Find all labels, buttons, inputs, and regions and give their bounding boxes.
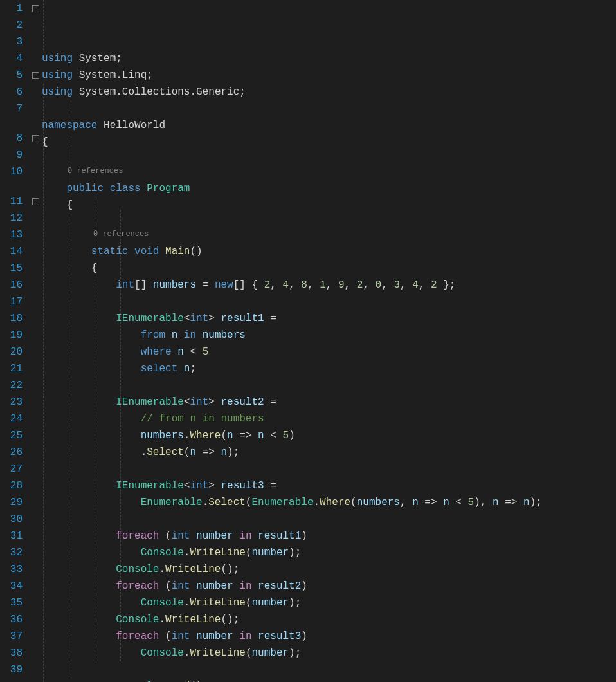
code-line[interactable]: Console.WriteLine(number); [42, 594, 616, 611]
fold-cell[interactable]: − [29, 193, 42, 210]
fold-cell [29, 661, 42, 678]
code-line[interactable]: using System.Linq; [42, 67, 616, 84]
code-line[interactable]: Enumerable.Select(Enumerable.Where(numbe… [42, 494, 616, 511]
line-number: 38 [0, 645, 23, 661]
code-editor[interactable]: 1234567891011121314151617181920212223242… [0, 0, 616, 682]
fold-cell [29, 226, 42, 243]
fold-cell[interactable]: − [29, 0, 42, 17]
line-number: 20 [0, 344, 23, 360]
code-line[interactable]: namespace HelloWorld [42, 117, 616, 134]
line-number: 28 [0, 477, 23, 494]
codelens-main[interactable]: 0 references [93, 230, 149, 238]
fold-cell [29, 678, 42, 682]
fold-cell [29, 410, 42, 427]
line-number: 17 [0, 293, 23, 310]
fold-cell [29, 511, 42, 528]
fold-cell [29, 293, 42, 310]
fold-cell [29, 427, 42, 444]
fold-cell [29, 327, 42, 344]
code-line[interactable]: foreach (int number in result3) [42, 628, 616, 645]
code-line[interactable]: numbers.Where(n => n < 5) [42, 427, 616, 444]
code-line[interactable]: Console.WriteLine(number); [42, 544, 616, 561]
line-number: 21 [0, 360, 23, 377]
fold-toggle-icon[interactable]: − [32, 198, 39, 205]
line-number: 29 [0, 494, 23, 511]
code-area[interactable]: using System;using System.Linq;using Sys… [42, 0, 616, 682]
codelens-class[interactable]: 0 references [68, 167, 123, 175]
code-line[interactable] [42, 151, 616, 167]
fold-cell[interactable]: − [29, 130, 42, 147]
line-number: 6 [0, 84, 23, 100]
code-line[interactable]: IEnumerable<int> result3 = [42, 477, 616, 494]
fold-cell [29, 147, 42, 163]
code-line[interactable]: using System; [42, 50, 616, 67]
fold-cell [29, 578, 42, 594]
fold-cell [29, 310, 42, 327]
code-line[interactable] [42, 511, 616, 528]
code-line[interactable]: IEnumerable<int> result1 = [42, 310, 616, 327]
fold-cell [29, 461, 42, 477]
fold-cell [29, 84, 42, 100]
fold-cell [29, 444, 42, 461]
code-line[interactable]: static void Main()0 references [42, 243, 616, 260]
code-line[interactable]: Console.Read(); [42, 678, 616, 682]
line-number: 14 [0, 243, 23, 260]
line-number: 1 [0, 0, 23, 17]
fold-cell [29, 17, 42, 33]
code-line[interactable]: Console.WriteLine(); [42, 561, 616, 578]
code-line[interactable] [42, 377, 616, 394]
line-number: 15 [0, 260, 23, 277]
line-number: 37 [0, 628, 23, 645]
line-number: 7 [0, 100, 23, 117]
code-line[interactable]: .Select(n => n); [42, 444, 616, 461]
code-line[interactable]: where n < 5 [42, 344, 616, 360]
code-line[interactable] [42, 461, 616, 477]
line-number: 8 [0, 130, 23, 147]
code-line[interactable] [42, 214, 616, 230]
code-line[interactable]: using System.Collections.Generic; [42, 84, 616, 100]
line-number: 36 [0, 611, 23, 628]
code-line[interactable]: { [42, 260, 616, 277]
code-line[interactable]: // from n in numbers [42, 410, 616, 427]
fold-cell [29, 477, 42, 494]
line-number: 31 [0, 528, 23, 544]
fold-cell [29, 544, 42, 561]
line-number: 30 [0, 511, 23, 528]
line-number: 12 [0, 210, 23, 226]
fold-cell [29, 494, 42, 511]
line-number: 4 [0, 50, 23, 67]
line-number: 25 [0, 427, 23, 444]
code-line[interactable]: foreach (int number in result2) [42, 578, 616, 594]
fold-toggle-icon[interactable]: − [32, 72, 39, 79]
fold-cell [29, 100, 42, 117]
fold-column[interactable]: −−−− [29, 0, 42, 682]
line-number: 32 [0, 544, 23, 561]
line-number: 5 [0, 67, 23, 84]
line-number: 11 [0, 193, 23, 210]
line-number: 10 [0, 163, 23, 180]
line-number: 13 [0, 226, 23, 243]
code-line[interactable] [42, 661, 616, 678]
code-line[interactable]: { [42, 197, 616, 214]
fold-cell [29, 377, 42, 394]
fold-toggle-icon[interactable]: − [32, 5, 39, 12]
code-line[interactable]: IEnumerable<int> result2 = [42, 394, 616, 410]
code-line[interactable]: int[] numbers = new[] { 2, 4, 8, 1, 9, 2… [42, 277, 616, 293]
fold-toggle-icon[interactable]: − [32, 135, 39, 142]
fold-cell [29, 594, 42, 611]
code-line[interactable]: public class Program0 references [42, 180, 616, 197]
fold-cell [29, 628, 42, 645]
code-line[interactable]: foreach (int number in result1) [42, 528, 616, 544]
code-line[interactable]: Console.WriteLine(); [42, 611, 616, 628]
code-line[interactable]: from n in numbers [42, 327, 616, 344]
code-line[interactable]: Console.WriteLine(number); [42, 645, 616, 661]
fold-cell [29, 611, 42, 628]
fold-cell [29, 243, 42, 260]
fold-cell[interactable]: − [29, 67, 42, 84]
code-line[interactable]: select n; [42, 360, 616, 377]
line-number: 34 [0, 578, 23, 594]
code-line[interactable]: { [42, 134, 616, 151]
fold-cell [29, 210, 42, 226]
code-line[interactable] [42, 293, 616, 310]
code-line[interactable] [42, 100, 616, 117]
